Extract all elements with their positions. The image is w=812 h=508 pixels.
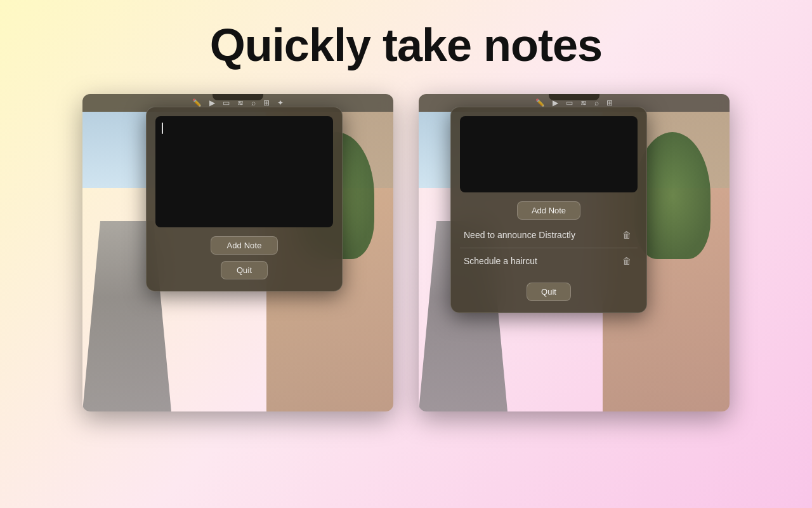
popup-panel-left: Add Note Quit: [146, 107, 343, 291]
menubar-edit-icon-r: ✏️: [535, 98, 545, 107]
quit-button-left[interactable]: Quit: [221, 261, 268, 279]
quit-row-right: Quit: [460, 283, 638, 301]
popup-panel-right: Add Note Need to announce Distractly 🗑 S…: [450, 107, 647, 313]
notch-left: [213, 94, 263, 100]
note-item-1: Need to announce Distractly 🗑: [460, 222, 638, 248]
note-display-area-right: [460, 116, 638, 192]
note-list: Need to announce Distractly 🗑 Schedule a…: [460, 222, 638, 274]
add-note-row: Add Note: [460, 201, 638, 220]
menubar-play-icon: ▶: [209, 98, 215, 107]
add-note-button-right[interactable]: Add Note: [517, 201, 580, 220]
note-item-text-2: Schedule a haircut: [464, 256, 537, 266]
page-title: Quickly take notes: [210, 19, 602, 71]
left-screenshot: ✏️ ▶ ▭ ≋ ⌕ ⊞ ✦ Add Note Quit: [82, 94, 393, 411]
quit-button-right[interactable]: Quit: [527, 283, 571, 301]
note-item-text-1: Need to announce Distractly: [464, 230, 575, 240]
menubar-grid-icon-r: ⊞: [606, 98, 613, 107]
note-item-2: Schedule a haircut 🗑: [460, 248, 638, 274]
right-screenshot: ✏️ ▶ ▭ ≋ ⌕ ⊞ Add Note Need to announce D…: [419, 94, 730, 411]
delete-note-2-button[interactable]: 🗑: [620, 255, 634, 267]
menubar-edit-icon: ✏️: [192, 98, 202, 107]
text-cursor: [162, 123, 163, 134]
delete-note-1-button[interactable]: 🗑: [620, 229, 634, 241]
menubar-grid-icon: ⊞: [263, 98, 270, 107]
notch-right: [549, 94, 599, 100]
menubar-siri-icon: ✦: [277, 98, 284, 107]
button-row-left: Add Note Quit: [155, 236, 333, 279]
screenshots-row: ✏️ ▶ ▭ ≋ ⌕ ⊞ ✦ Add Note Quit: [0, 94, 812, 411]
add-note-button-left[interactable]: Add Note: [211, 236, 277, 255]
note-input-area-left[interactable]: [155, 116, 333, 227]
